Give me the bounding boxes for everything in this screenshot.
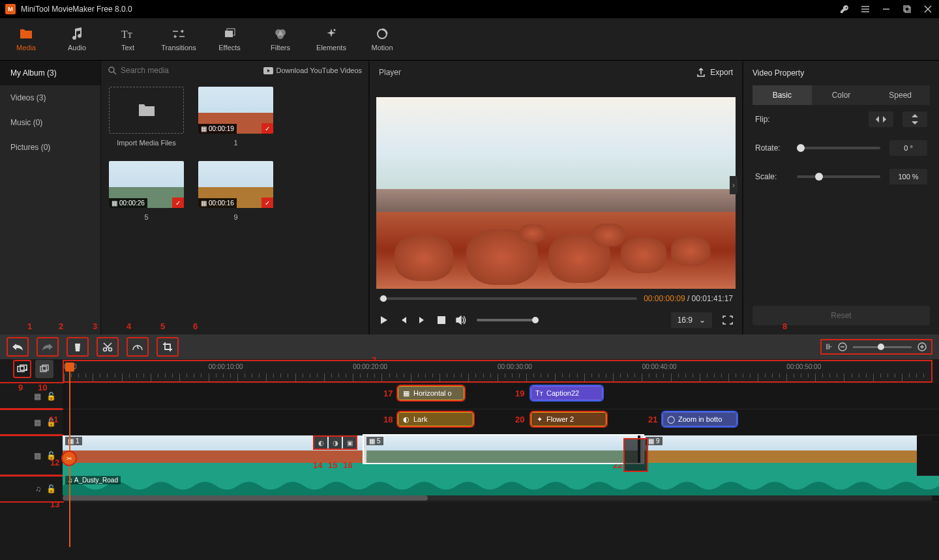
close-button[interactable]	[922, 3, 934, 15]
volume-icon[interactable]	[456, 316, 466, 325]
music-icon	[71, 27, 83, 41]
film-icon: ▦	[34, 418, 41, 427]
video-clip-9[interactable]: ▦9	[643, 435, 917, 463]
aspect-select[interactable]: 16:9⌄	[671, 312, 712, 328]
tab-text[interactable]: Tт Text	[112, 27, 144, 52]
reset-button[interactable]: Reset	[753, 306, 930, 325]
volume-slider[interactable]	[477, 319, 539, 321]
stop-button[interactable]	[438, 316, 445, 324]
rotate-slider[interactable]	[797, 147, 880, 149]
lock-icon[interactable]: 🔓	[46, 484, 56, 494]
filters-icon	[274, 27, 287, 41]
search-input[interactable]	[121, 66, 260, 75]
media-sidebar: My Album (3) Videos (3) Music (0) Pictur…	[0, 61, 101, 334]
sparkle-icon	[325, 27, 337, 41]
menu-icon[interactable]	[859, 3, 871, 15]
film-icon: ▦	[369, 437, 375, 445]
music-clip[interactable]: ♫ A_Dusty_Road	[63, 476, 939, 495]
horizontal-scrollbar[interactable]	[63, 495, 932, 501]
media-clip-5[interactable]: ▦00:00:26 ✓ 5	[109, 161, 184, 221]
clip-lark[interactable]: ◐ Lark	[398, 412, 473, 426]
speed-button[interactable]	[127, 337, 149, 357]
annotation: 3	[93, 321, 97, 331]
maximize-button[interactable]	[901, 3, 913, 15]
split-button[interactable]	[97, 337, 119, 357]
search-icon	[108, 66, 117, 75]
svg-point-10	[109, 67, 114, 72]
film-icon: ▦	[112, 199, 117, 207]
sidebar-item-myalbum[interactable]: My Album (3)	[0, 61, 100, 85]
next-frame-button[interactable]	[418, 316, 427, 325]
panel-expand-button[interactable]: ›	[730, 176, 738, 194]
redo-button[interactable]	[37, 337, 59, 357]
media-clip-9[interactable]: ▦00:00:16 ✓ 9	[198, 161, 273, 221]
tab-elements[interactable]: Elements	[315, 27, 348, 52]
lock-icon[interactable]: 🔓	[46, 392, 56, 401]
transition-block[interactable]	[625, 439, 647, 471]
scissor-split-icon[interactable]: ✂	[63, 452, 76, 465]
tab-motion-label: Motion	[371, 44, 393, 52]
video-clip-5[interactable]: ▦5	[364, 435, 643, 463]
tab-text-label: Text	[121, 44, 134, 52]
sidebar-item-videos[interactable]: Videos (3)	[0, 85, 100, 110]
tab-effects[interactable]: Effects	[213, 27, 246, 52]
annotation: 6	[193, 321, 198, 331]
activate-key-icon[interactable]	[839, 3, 850, 15]
video-preview[interactable]	[376, 97, 736, 289]
sidebar-item-music[interactable]: Music (0)	[0, 110, 100, 135]
check-icon: ✓	[172, 198, 184, 208]
annotation: 5	[160, 321, 165, 331]
tab-media[interactable]: Media	[10, 27, 42, 52]
window-buttons	[839, 3, 934, 15]
undo-button[interactable]	[7, 337, 29, 357]
proptab-color[interactable]: Color	[812, 85, 871, 105]
flip-vertical-button[interactable]	[902, 111, 927, 127]
annotation: 4	[127, 321, 131, 331]
delete-button[interactable]	[67, 337, 89, 357]
clip-horizontal[interactable]: ▦ Horizontal o	[398, 386, 464, 400]
scale-slider[interactable]	[797, 175, 880, 178]
clip-flower2[interactable]: ✦ Flower 2	[531, 412, 606, 426]
flip-horizontal-button[interactable]	[869, 111, 893, 127]
scrub-bar[interactable]	[379, 297, 637, 300]
film-icon: ▦	[648, 437, 654, 445]
import-media-button[interactable]: Import Media Files	[109, 87, 184, 147]
crop-button[interactable]	[156, 337, 179, 357]
sidebar-item-pictures[interactable]: Pictures (0)	[0, 135, 100, 160]
svg-rect-12	[438, 316, 445, 324]
export-button[interactable]: Export	[696, 67, 733, 78]
zoom-out-button[interactable]	[837, 342, 848, 352]
aspect-value: 16:9	[678, 316, 693, 325]
zoom-slider[interactable]	[853, 346, 912, 348]
timeline-ruler[interactable]: 0:00 00:00:10:00 00:00:20:00 00:00:30:00…	[63, 360, 932, 383]
marker-button[interactable]	[35, 360, 53, 378]
import-media-label: Import Media Files	[117, 139, 175, 147]
tab-transitions[interactable]: Transitions	[162, 27, 195, 52]
play-button[interactable]	[379, 316, 388, 325]
ruler-label: 00:00:40:00	[642, 363, 787, 370]
tab-filters[interactable]: Filters	[264, 27, 297, 52]
sparkle-icon: ✦	[535, 415, 543, 423]
scale-value[interactable]: 100 %	[889, 169, 927, 184]
download-youtube-link[interactable]: Download YouTube Videos	[263, 66, 363, 74]
minimize-button[interactable]	[880, 3, 892, 15]
zoom-in-button[interactable]	[917, 342, 927, 352]
fullscreen-button[interactable]	[723, 316, 733, 325]
prev-frame-button[interactable]	[398, 316, 408, 325]
proptab-speed[interactable]: Speed	[871, 85, 930, 105]
zoom-fit-button[interactable]: ⊪	[826, 342, 832, 351]
rotate-value[interactable]: 0 °	[889, 140, 927, 156]
svg-rect-0	[904, 6, 909, 11]
motion-icon: ◯	[667, 415, 675, 423]
media-clip-1[interactable]: ▦00:00:19 ✓ 1	[198, 87, 273, 147]
search-bar: Download YouTube Videos	[101, 61, 368, 80]
clip-caption22[interactable]: Tт Caption22	[531, 386, 603, 400]
clip-zoom-in-bottom[interactable]: ◯ Zoom in botto	[663, 412, 737, 426]
proptab-basic[interactable]: Basic	[753, 85, 812, 105]
svg-text:Tт: Tт	[121, 29, 132, 40]
media-body: Download YouTube Videos Import Media Fil…	[101, 61, 368, 334]
add-track-button[interactable]	[13, 360, 31, 378]
tab-audio[interactable]: Audio	[61, 27, 93, 52]
tab-motion[interactable]: Motion	[366, 27, 398, 52]
clip-label: Caption22	[546, 389, 579, 397]
